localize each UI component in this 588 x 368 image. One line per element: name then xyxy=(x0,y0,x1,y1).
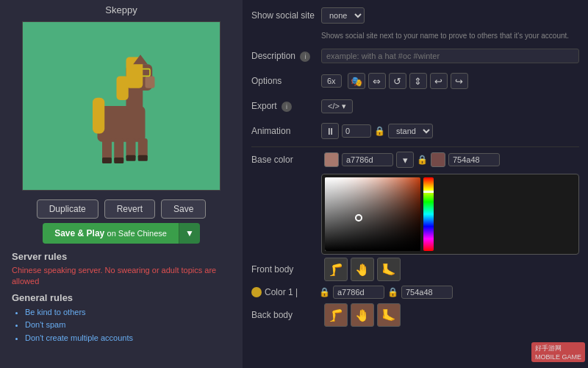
svg-rect-16 xyxy=(102,158,112,163)
svg-rect-11 xyxy=(93,98,104,134)
undo-icon-btn[interactable]: ↩ xyxy=(430,73,448,89)
export-label: Export i xyxy=(251,101,321,112)
server-rules-text: Chinese speaking server. No swearing or … xyxy=(12,265,231,288)
list-item: Be kind to others xyxy=(25,306,231,319)
front-body-thumb3[interactable]: 🦶 xyxy=(377,258,401,281)
animation-controls: ⏸ 🔒 stand xyxy=(321,123,579,139)
save-button[interactable]: Save xyxy=(161,199,206,219)
description-row: Description i xyxy=(251,46,579,66)
show-social-row: Show social site none xyxy=(251,6,579,25)
rotate-ccw-icon-btn[interactable]: ↺ xyxy=(389,73,406,89)
color1-label: Color 1 | xyxy=(265,287,316,297)
canvas-area xyxy=(22,21,220,191)
options-label: Options xyxy=(251,76,321,86)
list-item: Don't create multiple accounts xyxy=(25,332,231,345)
server-rules-title: Server rules xyxy=(12,251,231,262)
color-gradient-area[interactable] xyxy=(325,177,420,251)
show-social-select[interactable]: none xyxy=(321,7,365,24)
svg-rect-18 xyxy=(126,155,136,161)
rules-section: Server rules Chinese speaking server. No… xyxy=(0,251,243,345)
front-body-label: Front body xyxy=(251,264,321,275)
action-buttons: Duplicate Revert Save xyxy=(37,199,207,219)
flip-h-icon-btn[interactable]: ⇔ xyxy=(368,73,386,89)
right-panel: Show social site none Shows social site … xyxy=(243,0,588,368)
back-body-thumb1[interactable]: 🦵 xyxy=(324,303,348,327)
front-body-thumb2[interactable]: 🤚 xyxy=(351,258,374,281)
base-color-dropdown-icon[interactable]: ▾ xyxy=(396,152,414,168)
duplicate-button[interactable]: Duplicate xyxy=(37,199,98,219)
export-button[interactable]: </> ▾ xyxy=(321,99,353,113)
color-cursor xyxy=(355,214,362,222)
svg-rect-3 xyxy=(146,76,155,88)
color1-row: Color 1 | 🔒 a7786d 🔒 754a48 xyxy=(251,286,579,299)
left-panel: Skeppy xyxy=(0,0,243,368)
base-color-label: Base color xyxy=(251,155,321,165)
animation-label: Animation xyxy=(251,126,321,136)
animation-stand-select[interactable]: stand xyxy=(388,124,433,138)
color-picker-popup[interactable] xyxy=(321,174,579,255)
description-info-icon[interactable]: i xyxy=(300,52,310,62)
social-hint-row: Shows social site next to your name to p… xyxy=(251,31,579,40)
base-color-lock-icon[interactable]: 🔒 xyxy=(417,155,428,165)
options-icons: 6x 🎭 ⇔ ↺ ⇕ ↩ ↪ xyxy=(321,73,468,89)
svg-rect-17 xyxy=(114,158,123,163)
show-social-label: Show social site xyxy=(251,10,321,21)
color1-lock-icon[interactable]: 🔒 xyxy=(319,287,330,297)
save-play-dropdown-button[interactable]: ▼ xyxy=(179,223,200,244)
animation-frame-input[interactable] xyxy=(342,124,371,138)
color1-hex2-input[interactable]: 754a48 xyxy=(401,286,453,299)
character-name: Skeppy xyxy=(0,0,243,18)
base-color-swatch[interactable] xyxy=(324,152,339,167)
back-body-thumb3[interactable]: 🦶 xyxy=(377,303,401,327)
redo-icon-btn[interactable]: ↪ xyxy=(451,73,468,89)
description-label: Description i xyxy=(251,51,321,62)
color-spectrum-bar[interactable] xyxy=(423,177,434,251)
save-play-row: Save & Play on Safe Chinese ▼ xyxy=(43,223,200,244)
front-body-row: Front body 🦵 🤚 🦶 xyxy=(251,258,579,281)
pony-sprite xyxy=(74,40,169,172)
description-input[interactable] xyxy=(321,49,579,63)
general-rules-list: Be kind to others Don't spam Don't creat… xyxy=(12,306,231,345)
export-row: Export i </> ▾ xyxy=(251,96,579,116)
general-rules-title: General rules xyxy=(12,292,231,303)
base-color-row: Base color a7786d ▾ 🔒 754a48 xyxy=(251,152,579,168)
back-body-label: Back body xyxy=(251,310,321,320)
revert-button[interactable]: Revert xyxy=(104,199,155,219)
social-hint-text: Shows social site next to your name to p… xyxy=(321,31,579,40)
flip-v-icon-btn[interactable]: ⇕ xyxy=(409,73,427,89)
export-info-icon[interactable]: i xyxy=(282,102,292,112)
pause-button[interactable]: ⏸ xyxy=(321,123,339,139)
base-color-hex2-input[interactable]: 754a48 xyxy=(448,153,500,166)
base-color-swatch2[interactable] xyxy=(431,152,445,167)
face-icon-btn[interactable]: 🎭 xyxy=(348,73,365,89)
animation-lock-icon[interactable]: 🔒 xyxy=(374,126,385,136)
animation-row: Animation ⏸ 🔒 stand xyxy=(251,121,579,141)
color1-dot xyxy=(251,287,262,297)
options-row: Options 6x 🎭 ⇔ ↺ ⇕ ↩ ↪ xyxy=(251,71,579,91)
watermark: 好手游网MOBILE GAME xyxy=(531,342,585,362)
scale-badge[interactable]: 6x xyxy=(321,74,342,88)
base-color-hex-input[interactable]: a7786d xyxy=(342,153,393,166)
svg-rect-10 xyxy=(117,76,129,100)
front-body-thumb1[interactable]: 🦵 xyxy=(324,258,348,281)
back-body-row: Back body 🦵 🤚 🦶 xyxy=(251,303,579,327)
list-item: Don't spam xyxy=(25,319,231,332)
color1-hex-input[interactable]: a7786d xyxy=(333,286,384,299)
save-play-button[interactable]: Save & Play on Safe Chinese xyxy=(43,223,179,244)
back-body-thumb2[interactable]: 🤚 xyxy=(351,303,374,327)
divider xyxy=(251,146,579,147)
svg-rect-19 xyxy=(138,155,148,161)
color1-lock-icon2[interactable]: 🔒 xyxy=(387,287,398,297)
